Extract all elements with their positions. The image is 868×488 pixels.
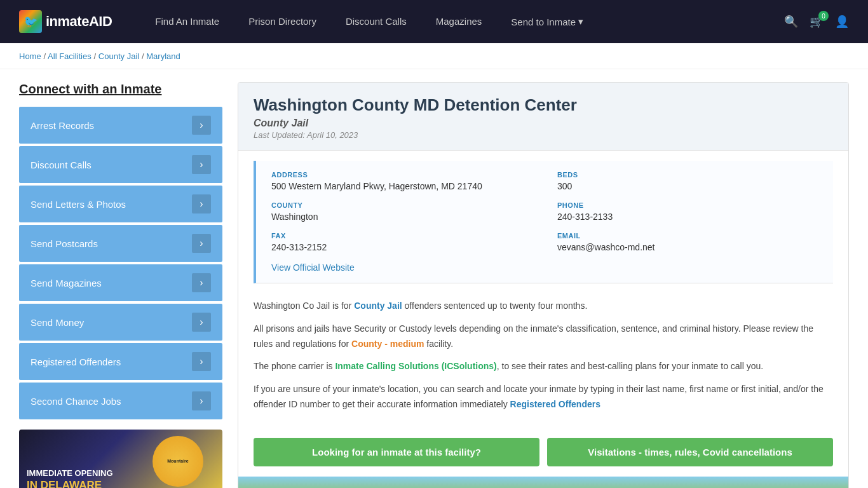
sidebar: Connect with an Inmate Arrest Records › … — [19, 82, 222, 488]
facility-name: Washington County MD Detention Center — [254, 95, 833, 115]
nav-discount-calls[interactable]: Discount Calls — [334, 11, 418, 32]
facility-type: County Jail — [254, 118, 833, 129]
site-header: 🐦 inmateAID Find An Inmate Prison Direct… — [0, 0, 868, 43]
arrow-icon: › — [192, 391, 211, 410]
view-official-website-link[interactable]: View Official Website — [271, 262, 355, 273]
breadcrumb-bar: Home / All Facilities / County Jail / Ma… — [0, 43, 868, 69]
last-updated: Last Updated: April 10, 2023 — [254, 130, 833, 140]
aerial-image — [238, 477, 848, 488]
arrow-icon: › — [192, 116, 211, 135]
sidebar-item-send-money[interactable]: Send Money › — [19, 304, 222, 341]
logo-icon: 🐦 — [19, 10, 42, 33]
phone-field: PHONE 240-313-2133 — [557, 201, 818, 222]
logo-text: inmateAID — [46, 13, 112, 30]
arrow-icon: › — [192, 234, 211, 253]
sidebar-title: Connect with an Inmate — [19, 82, 222, 97]
breadcrumb-maryland[interactable]: Maryland — [146, 51, 180, 61]
beds-field: BEDS 300 — [557, 171, 818, 191]
facility-header: Washington County MD Detention Center Co… — [238, 83, 848, 151]
arrow-icon: › — [192, 352, 211, 371]
user-button[interactable]: 👤 — [835, 15, 849, 29]
registered-offenders-link[interactable]: Registered Offenders — [510, 399, 600, 409]
county-jail-link[interactable]: County Jail — [354, 301, 402, 311]
facility-info-grid: ADDRESS 500 Western Maryland Pkwy, Hager… — [254, 161, 833, 283]
sidebar-menu: Arrest Records › Discount Calls › Send L… — [19, 107, 222, 419]
desc-para-3: The phone carrier is Inmate Calling Solu… — [254, 359, 833, 374]
cart-button[interactable]: 🛒 0 — [810, 15, 824, 29]
address-field: ADDRESS 500 Western Maryland Pkwy, Hager… — [271, 171, 532, 191]
county-medium-link[interactable]: County - medium — [351, 339, 424, 349]
nav-icons: 🔍 🛒 0 👤 — [784, 15, 849, 29]
arrow-icon: › — [192, 273, 211, 292]
detail-panel: Washington County MD Detention Center Co… — [238, 82, 849, 488]
icsolutions-link[interactable]: Inmate Calling Solutions (ICSolutions) — [335, 361, 496, 371]
arrow-icon: › — [192, 194, 211, 214]
nav-send-to-inmate[interactable]: Send to Inmate ▾ — [499, 11, 595, 32]
visitations-button[interactable]: Visitations - times, rules, Covid cancel… — [547, 438, 833, 466]
cart-badge: 0 — [818, 11, 829, 21]
breadcrumb-home[interactable]: Home — [19, 51, 41, 61]
action-buttons: Looking for an inmate at this facility? … — [238, 430, 848, 477]
website-field: View Official Website — [271, 262, 818, 273]
looking-for-inmate-button[interactable]: Looking for an inmate at this facility? — [254, 438, 539, 466]
county-field: COUNTY Washington — [271, 201, 532, 222]
fax-field: FAX 240-313-2152 — [271, 232, 532, 252]
desc-para-4: If you are unsure of your inmate's locat… — [254, 382, 833, 412]
sidebar-item-send-magazines[interactable]: Send Magazines › — [19, 264, 222, 301]
nav-find-inmate[interactable]: Find An Inmate — [144, 11, 231, 32]
sidebar-item-registered-offenders[interactable]: Registered Offenders › — [19, 343, 222, 380]
desc-para-2: All prisons and jails have Security or C… — [254, 322, 833, 352]
sidebar-item-arrest-records[interactable]: Arrest Records › — [19, 107, 222, 144]
logo[interactable]: 🐦 inmateAID — [19, 10, 112, 33]
sidebar-item-send-postcards[interactable]: Send Postcards › — [19, 225, 222, 262]
sidebar-item-discount-calls[interactable]: Discount Calls › — [19, 146, 222, 183]
breadcrumb: Home / All Facilities / County Jail / Ma… — [19, 51, 849, 61]
desc-para-1: Washington Co Jail is for County Jail of… — [254, 299, 833, 314]
dropdown-arrow-icon: ▾ — [578, 16, 583, 27]
ad-logo: Mountaire — [153, 436, 203, 487]
breadcrumb-county-jail[interactable]: County Jail — [98, 51, 139, 61]
main-nav: Find An Inmate Prison Directory Discount… — [144, 11, 765, 32]
email-field: EMAIL vevans@washco-md.net — [557, 232, 818, 252]
facility-description: Washington Co Jail is for County Jail of… — [238, 294, 848, 430]
ad-text: IMMEDIATE OPENING IN DELAWARE — [27, 468, 113, 488]
sidebar-item-send-letters-photos[interactable]: Send Letters & Photos › — [19, 186, 222, 222]
nav-prison-directory[interactable]: Prison Directory — [237, 11, 328, 32]
arrow-icon: › — [192, 155, 211, 174]
sidebar-item-second-chance-jobs[interactable]: Second Chance Jobs › — [19, 383, 222, 419]
ad-banner[interactable]: IMMEDIATE OPENING IN DELAWARE Mountaire — [19, 430, 222, 488]
main-container: Connect with an Inmate Arrest Records › … — [0, 69, 868, 488]
nav-magazines[interactable]: Magazines — [424, 11, 494, 32]
search-button[interactable]: 🔍 — [784, 15, 798, 29]
arrow-icon: › — [192, 313, 211, 332]
breadcrumb-all-facilities[interactable]: All Facilities — [48, 51, 92, 61]
